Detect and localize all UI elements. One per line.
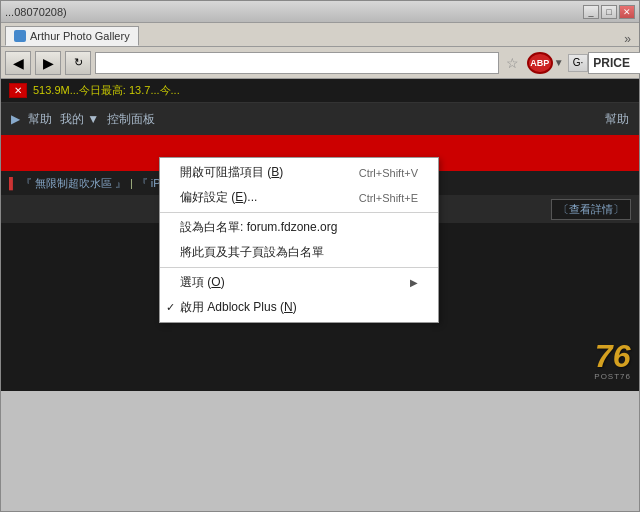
search-section: G· PRICE bbox=[568, 52, 635, 74]
menu-item-block[interactable]: 開啟可阻擋項目 (B) Ctrl+Shift+V bbox=[160, 160, 438, 185]
title-text: ...08070208) bbox=[5, 6, 67, 18]
nav-help-right[interactable]: 幫助 bbox=[605, 111, 629, 128]
menu-item-prefs-label: 偏好設定 (E)... bbox=[180, 189, 257, 206]
forum-link-1[interactable]: 『 無限制超吹水區 』 bbox=[21, 176, 126, 191]
nav-arrow: ▶ bbox=[11, 112, 20, 126]
nav-help[interactable]: 幫助 bbox=[28, 111, 52, 128]
address-input[interactable] bbox=[100, 57, 494, 69]
ticker-close-button[interactable]: ✕ bbox=[9, 83, 27, 98]
watermark-number: 76 bbox=[595, 340, 631, 372]
refresh-button[interactable]: ↻ bbox=[65, 51, 91, 75]
tab-favicon bbox=[14, 30, 26, 42]
tab-overflow-button[interactable]: » bbox=[620, 32, 635, 46]
back-button[interactable]: ◀ bbox=[5, 51, 31, 75]
main-content: ✕ 513.9M...今日最高: 13.7...今... ▶ 幫助 我的 ▼ 控… bbox=[1, 79, 639, 391]
forward-button[interactable]: ▶ bbox=[35, 51, 61, 75]
close-button[interactable]: ✕ bbox=[619, 5, 635, 19]
watermark: 76 POST76 bbox=[594, 340, 631, 381]
menu-sep-1 bbox=[160, 212, 438, 213]
menu-item-whitelist-page[interactable]: 將此頁及其子頁設為白名單 bbox=[160, 240, 438, 265]
google-label: G· bbox=[573, 57, 584, 68]
nav-control[interactable]: 控制面板 bbox=[107, 111, 155, 128]
tab-label: Arthur Photo Gallery bbox=[30, 30, 130, 42]
bottom-area bbox=[1, 391, 639, 511]
menu-item-whitelist-domain[interactable]: 設為白名單: forum.fdzone.org bbox=[160, 215, 438, 240]
menu-item-block-shortcut: Ctrl+Shift+V bbox=[359, 167, 418, 179]
abp-section: ABP ▼ bbox=[527, 52, 564, 74]
title-bar: ...08070208) _ □ ✕ bbox=[1, 1, 639, 23]
menu-item-prefs[interactable]: 偏好設定 (E)... Ctrl+Shift+E bbox=[160, 185, 438, 210]
nav-my[interactable]: 我的 ▼ bbox=[60, 111, 99, 128]
menu-sep-2 bbox=[160, 267, 438, 268]
view-details-button[interactable]: 〔查看詳情〕 bbox=[551, 199, 631, 220]
forum-link-indicator: ▌ bbox=[9, 177, 17, 189]
forum-sep-1: | bbox=[130, 177, 133, 189]
search-bar: PRICE bbox=[588, 52, 640, 74]
abp-dropdown[interactable]: ▼ bbox=[554, 57, 564, 68]
google-button[interactable]: G· bbox=[568, 54, 589, 72]
menu-item-whitelist-page-label: 將此頁及其子頁設為白名單 bbox=[180, 244, 324, 261]
browser-window: ...08070208) _ □ ✕ Arthur Photo Gallery … bbox=[0, 0, 640, 512]
ticker-text: 513.9M...今日最高: 13.7...今... bbox=[33, 83, 180, 98]
tab-bar: Arthur Photo Gallery » bbox=[1, 23, 639, 47]
menu-item-enable[interactable]: 啟用 Adblock Plus (N) bbox=[160, 295, 438, 320]
window-controls: _ □ ✕ bbox=[583, 5, 635, 19]
menu-item-options-arrow: ▶ bbox=[410, 277, 418, 288]
menu-item-block-label: 開啟可阻擋項目 (B) bbox=[180, 164, 283, 181]
search-text: PRICE bbox=[593, 56, 630, 70]
menu-item-options-label: 選項 (O) bbox=[180, 274, 225, 291]
abp-button[interactable]: ABP bbox=[527, 52, 553, 74]
bookmark-button[interactable]: ☆ bbox=[503, 53, 523, 73]
ticker-bar: ✕ 513.9M...今日最高: 13.7...今... bbox=[1, 79, 639, 103]
menu-item-whitelist-domain-label: 設為白名單: forum.fdzone.org bbox=[180, 219, 337, 236]
minimize-button[interactable]: _ bbox=[583, 5, 599, 19]
nav-links-bar: ▶ 幫助 我的 ▼ 控制面板 幫助 bbox=[1, 103, 639, 135]
menu-item-prefs-shortcut: Ctrl+Shift+E bbox=[359, 192, 418, 204]
active-tab[interactable]: Arthur Photo Gallery bbox=[5, 26, 139, 46]
menu-item-enable-label: 啟用 Adblock Plus (N) bbox=[180, 299, 297, 316]
menu-item-options[interactable]: 選項 (O) ▶ bbox=[160, 270, 438, 295]
context-menu: 開啟可阻擋項目 (B) Ctrl+Shift+V 偏好設定 (E)... Ctr… bbox=[159, 157, 439, 323]
maximize-button[interactable]: □ bbox=[601, 5, 617, 19]
watermark-text: POST76 bbox=[594, 372, 631, 381]
nav-bar: ◀ ▶ ↻ ☆ ABP ▼ G· PRICE bbox=[1, 47, 639, 79]
address-bar-container bbox=[95, 52, 499, 74]
